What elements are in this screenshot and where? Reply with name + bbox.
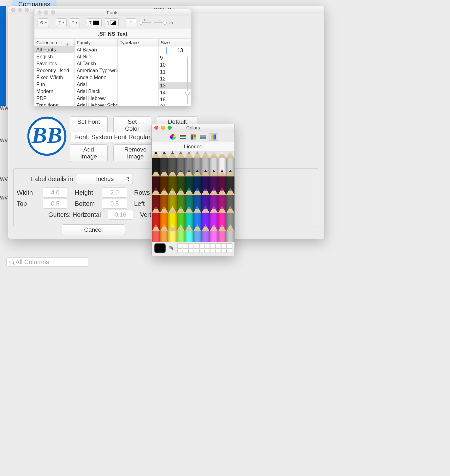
family-item[interactable]: Arial	[75, 81, 117, 88]
document-color-button[interactable]: ▯	[104, 18, 119, 27]
swatch-slot[interactable]	[210, 248, 215, 253]
current-color-swatch[interactable]	[154, 243, 166, 253]
pencil-color[interactable]	[226, 224, 234, 242]
swatch-slot[interactable]	[205, 243, 210, 248]
units-select[interactable]: Inches ▴▾	[76, 174, 133, 184]
saved-swatches-grid[interactable]	[177, 243, 232, 253]
colors-traffic-lights[interactable]	[154, 126, 172, 130]
swatch-slot[interactable]	[183, 243, 188, 248]
fonts-titlebar[interactable]: Fonts	[34, 9, 191, 16]
pencils-tab[interactable]	[209, 133, 218, 141]
swatch-slot[interactable]	[188, 248, 193, 253]
shadow-blur-slider[interactable]: ▢	[154, 19, 167, 27]
gutters-horizontal-input[interactable]: 0.16	[108, 210, 133, 220]
swatch-slot[interactable]	[221, 248, 226, 253]
pencil-color[interactable]	[210, 224, 218, 242]
minimize-icon[interactable]	[44, 10, 48, 15]
color-palettes-tab[interactable]	[188, 133, 198, 141]
all-columns-search[interactable]: All Columns	[6, 257, 88, 267]
minus-icon[interactable]: －	[72, 40, 77, 48]
collection-item[interactable]: Fixed Width	[34, 74, 74, 81]
family-item[interactable]: Arial Hebrew	[75, 95, 117, 102]
close-icon[interactable]	[38, 10, 42, 15]
close-icon[interactable]	[11, 8, 15, 12]
size-input[interactable]	[166, 47, 185, 54]
pencil-color[interactable]	[185, 224, 193, 242]
swatch-slot[interactable]	[199, 243, 204, 248]
swatch-slot[interactable]	[205, 248, 210, 253]
pencil-color[interactable]	[177, 224, 185, 242]
collection-item[interactable]: Traditional	[34, 102, 74, 106]
collection-item[interactable]: English	[34, 53, 74, 60]
top-input[interactable]: 0.5	[43, 199, 68, 209]
pencil-color[interactable]	[168, 224, 176, 242]
close-icon[interactable]	[154, 126, 158, 130]
typeface-header[interactable]: Typeface	[118, 39, 159, 46]
pencil-color[interactable]	[160, 224, 168, 242]
text-effects-button[interactable]: T	[126, 18, 136, 27]
pencil-color[interactable]	[218, 224, 226, 242]
typeface-list[interactable]	[118, 46, 159, 106]
family-item[interactable]: Al Bayan	[75, 46, 117, 53]
collection-list[interactable]: All FontsEnglishFavoritesRecently UsedFi…	[34, 46, 75, 106]
swatch-slot[interactable]	[183, 248, 188, 253]
toolbar-overflow-button[interactable]: ››	[169, 19, 174, 26]
collection-item[interactable]: Fun	[34, 81, 74, 88]
colors-titlebar[interactable]: Colors	[152, 124, 234, 132]
underline-button[interactable]: T▾	[56, 18, 67, 27]
shadow-opacity-slider[interactable]: ▲	[139, 19, 151, 27]
swatch-slot[interactable]	[194, 243, 199, 248]
collection-item[interactable]: Favorites	[34, 60, 74, 67]
family-item[interactable]: Arial Hebrew Scholar	[75, 102, 117, 106]
size-header[interactable]: Size	[159, 39, 191, 46]
collection-item[interactable]: Recently Used	[34, 67, 74, 74]
minimize-icon[interactable]	[18, 8, 22, 12]
gear-menu-button[interactable]: ⚙▾	[38, 18, 49, 27]
print-traffic-lights[interactable]	[11, 8, 29, 12]
image-palettes-tab[interactable]	[198, 133, 208, 141]
swatch-slot[interactable]	[221, 243, 226, 248]
family-item[interactable]: Andale Mono	[75, 74, 117, 81]
swatch-slot[interactable]	[188, 243, 193, 248]
text-color-button[interactable]: T	[87, 18, 102, 27]
bottom-input[interactable]: 0.5	[102, 199, 127, 209]
color-sliders-tab[interactable]	[178, 133, 188, 141]
pencils-picker[interactable]	[152, 151, 234, 242]
zoom-icon[interactable]	[51, 10, 55, 15]
add-image-button[interactable]: Add Image	[70, 144, 108, 162]
fonts-traffic-lights[interactable]	[38, 10, 55, 15]
plus-icon[interactable]: ＋	[65, 40, 70, 48]
strikethrough-button[interactable]: T▾	[69, 18, 80, 27]
collection-item[interactable]: Modern	[34, 88, 74, 95]
family-item[interactable]: Arial Black	[75, 88, 117, 95]
swatch-slot[interactable]	[194, 248, 199, 253]
swatch-slot[interactable]	[227, 243, 232, 248]
swatch-slot[interactable]	[216, 248, 221, 253]
swatch-slot[interactable]	[199, 248, 204, 253]
pencil-color[interactable]	[201, 224, 210, 242]
collection-item[interactable]: PDF	[34, 95, 74, 102]
pencil-color[interactable]	[152, 224, 160, 242]
swatch-slot[interactable]	[177, 248, 182, 253]
cancel-button[interactable]: Cancel	[62, 224, 125, 235]
size-slider[interactable]	[185, 57, 189, 104]
width-input[interactable]: 4.0	[43, 187, 68, 198]
zoom-icon[interactable]	[25, 8, 29, 12]
swatch-slot[interactable]	[210, 243, 215, 248]
zoom-icon[interactable]	[168, 126, 172, 130]
set-font-button[interactable]: Set Font	[70, 116, 108, 134]
eyedropper-button[interactable]: ✎	[169, 244, 174, 252]
family-item[interactable]: Al Nile	[75, 53, 117, 60]
set-color-button[interactable]: Set Color	[113, 116, 151, 134]
color-wheel-tab[interactable]	[168, 133, 178, 141]
remove-image-button[interactable]: Remove Image	[113, 144, 157, 162]
swatch-slot[interactable]	[227, 248, 232, 253]
family-item[interactable]: American Typewriter	[75, 67, 117, 74]
minimize-icon[interactable]	[161, 126, 165, 130]
pencil-color[interactable]	[193, 224, 201, 242]
family-list[interactable]: Al BayanAl NileAl TarikhAmerican Typewri…	[75, 46, 118, 106]
swatch-slot[interactable]	[177, 243, 182, 248]
collection-add-remove[interactable]: ＋－	[65, 40, 77, 48]
family-item[interactable]: Al Tarikh	[75, 60, 117, 67]
family-header[interactable]: Family	[75, 39, 118, 46]
